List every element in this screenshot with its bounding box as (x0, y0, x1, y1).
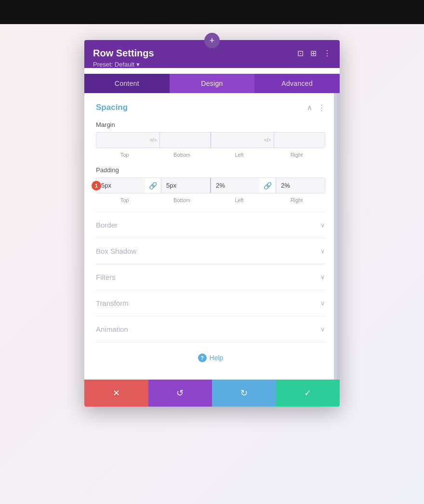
filters-section[interactable]: Filters ∨ (96, 264, 325, 290)
tab-design[interactable]: Design (170, 74, 255, 93)
add-section-button[interactable]: + (204, 33, 220, 48)
help-icon: ? (198, 354, 207, 362)
header-icons: ⊡ ⊞ ⋮ (297, 49, 331, 58)
margin-left-input[interactable] (211, 133, 262, 148)
margin-top-wrap (96, 133, 147, 148)
row-settings-modal: Row Settings ⊡ ⊞ ⋮ Preset: Default ▾ Con… (84, 40, 340, 407)
padding-bottom-label: Bottom (153, 195, 211, 203)
transform-chevron-icon: ∨ (320, 300, 325, 307)
modal-title: Row Settings (93, 48, 154, 59)
margin-left-label: Left (211, 150, 268, 158)
filters-label: Filters (96, 273, 116, 281)
spacing-header-icons: ∧ ⋮ (307, 103, 325, 112)
padding-left-input[interactable] (216, 182, 240, 189)
box-shadow-section[interactable]: Box Shadow ∨ (96, 238, 325, 264)
padding-bottom-group (161, 178, 210, 193)
preset-selector[interactable]: Preset: Default ▾ (93, 61, 331, 68)
margin-right-half: </> (211, 133, 325, 148)
cancel-button[interactable]: ✕ (84, 380, 148, 407)
margin-left-wrap (211, 133, 262, 148)
padding-left-label: Left (211, 195, 268, 203)
margin-bottom-wrap (160, 133, 211, 148)
help-label: Help (210, 354, 224, 362)
spacing-section-header: Spacing ∧ ⋮ (96, 103, 325, 112)
padding-right-label: Right (268, 195, 325, 203)
padding-sub-labels: Top Bottom Left Right (96, 195, 325, 203)
tabs-bar: Content Design Advanced (84, 74, 340, 93)
margin-right-label: Right (268, 150, 325, 158)
margin-top-input[interactable] (96, 133, 147, 148)
columns-icon[interactable]: ⊞ (310, 49, 317, 58)
margin-bottom-label: Bottom (153, 150, 211, 158)
margin-left-tag: </> (261, 133, 274, 148)
padding-right-group (276, 178, 325, 193)
padding-tb-link-icon[interactable]: 🔗 (145, 182, 161, 190)
more-options-icon[interactable]: ⋮ (323, 49, 331, 58)
padding-left-group (211, 178, 260, 193)
margin-inputs: </> </> (96, 132, 325, 148)
transform-section[interactable]: Transform ∨ (96, 290, 325, 316)
padding-lr-link-icon[interactable]: 🔗 (260, 182, 276, 190)
margin-top-tag: </> (147, 133, 159, 148)
spacing-more-icon[interactable]: ⋮ (318, 103, 325, 112)
margin-label: Margin (96, 121, 325, 128)
modal-body-inner: Spacing ∧ ⋮ Margin </> (84, 93, 340, 380)
transform-label: Transform (96, 299, 129, 307)
spacing-title: Spacing (96, 103, 128, 112)
margin-bottom-input[interactable] (160, 133, 211, 148)
tab-content[interactable]: Content (84, 74, 170, 93)
padding-top-group (96, 178, 145, 193)
box-shadow-label: Box Shadow (96, 247, 136, 255)
padding-top-input[interactable] (101, 182, 125, 189)
padding-badge: 1 (92, 181, 101, 191)
fullscreen-icon[interactable]: ⊡ (297, 49, 304, 58)
help-button[interactable]: ? Help (198, 354, 224, 362)
margin-sub-labels: Top Bottom Left Right (96, 150, 325, 158)
box-shadow-chevron-icon: ∨ (320, 247, 325, 255)
margin-right-wrap (274, 133, 325, 148)
help-section: ? Help (96, 342, 325, 370)
scrollbar[interactable] (334, 93, 337, 380)
animation-label: Animation (96, 325, 128, 333)
margin-top-label: Top (96, 150, 153, 158)
padding-right-input[interactable] (281, 182, 305, 189)
tab-advanced[interactable]: Advanced (254, 74, 340, 93)
redo-button[interactable]: ↻ (212, 380, 276, 407)
border-chevron-icon: ∨ (320, 221, 325, 229)
padding-top-label: Top (96, 195, 153, 203)
plus-icon: + (210, 36, 215, 46)
animation-chevron-icon: ∨ (320, 326, 325, 333)
modal-body: Spacing ∧ ⋮ Margin </> (84, 93, 340, 380)
modal-footer: ✕ ↺ ↻ ✓ (84, 380, 340, 407)
padding-label: Padding (96, 166, 325, 174)
undo-button[interactable]: ↺ (148, 380, 212, 407)
padding-bottom-input[interactable] (166, 182, 190, 189)
margin-right-input[interactable] (274, 133, 325, 148)
save-button[interactable]: ✓ (276, 380, 340, 407)
margin-left-half: </> (96, 133, 211, 148)
padding-inputs: 1 🔗 🔗 (96, 177, 325, 193)
border-label: Border (96, 221, 118, 229)
border-section[interactable]: Border ∨ (96, 212, 325, 238)
collapse-icon[interactable]: ∧ (307, 103, 312, 112)
animation-section[interactable]: Animation ∨ (96, 316, 325, 342)
filters-chevron-icon: ∨ (320, 273, 325, 281)
